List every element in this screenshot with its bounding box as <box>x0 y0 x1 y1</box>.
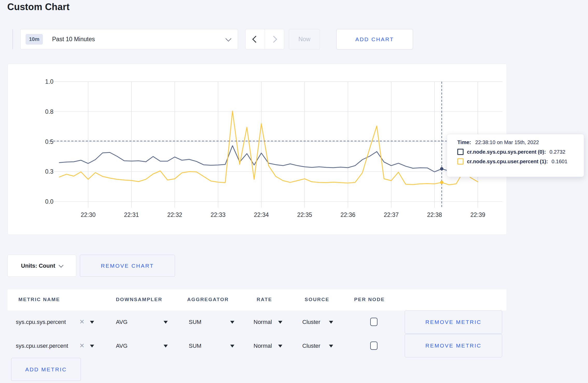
chevron-down-icon <box>226 36 232 41</box>
svg-text:0.0: 0.0 <box>45 198 53 205</box>
add-chart-button[interactable]: ADD CHART <box>336 29 413 49</box>
remove-chart-button[interactable]: REMOVE CHART <box>80 255 175 277</box>
svg-text:22:30: 22:30 <box>81 211 96 218</box>
col-header-per-node: PER NODE <box>354 297 385 302</box>
col-header-source: SOURCE <box>305 297 330 302</box>
col-header-metric-name: METRIC NAME <box>18 297 60 302</box>
per-node-checkbox[interactable] <box>370 318 377 326</box>
rate-select[interactable]: Normal <box>254 319 272 325</box>
tooltip-time-row: Time: 22:38:10 on Mar 15th, 2022 <box>457 139 584 145</box>
metric-dropdown-icon[interactable] <box>90 345 94 347</box>
svg-text:0.5: 0.5 <box>45 138 53 145</box>
downsampler-select[interactable]: AVG <box>116 319 128 325</box>
metrics-table-header: METRIC NAME DOWNSAMPLER AGGREGATOR RATE … <box>8 289 506 310</box>
remove-metric-button[interactable]: REMOVE METRIC <box>405 334 502 357</box>
chart-card: 0.00.30.50.81.022:3022:3122:3222:3322:34… <box>8 64 507 235</box>
svg-text:1.0: 1.0 <box>45 78 53 85</box>
svg-text:22:35: 22:35 <box>297 211 312 218</box>
col-header-rate: RATE <box>257 297 272 302</box>
add-metric-button[interactable]: ADD METRIC <box>11 358 81 381</box>
svg-text:22:37: 22:37 <box>384 211 399 218</box>
units-select[interactable]: Units: Count <box>8 255 76 277</box>
tooltip-series-value: 0.2732 <box>550 149 565 155</box>
svg-text:22:31: 22:31 <box>124 211 139 218</box>
toolbar-divider <box>12 29 13 49</box>
clear-metric-icon[interactable]: ✕ <box>79 342 85 349</box>
rate-dropdown-icon[interactable] <box>278 321 282 324</box>
tooltip-time-value: 22:38:10 on Mar 15th, 2022 <box>475 139 539 145</box>
metric-name-value[interactable]: sys.cpu.user.percent <box>16 343 68 349</box>
chevron-down-icon <box>59 263 63 267</box>
aggregator-dropdown-icon[interactable] <box>230 345 234 347</box>
col-header-aggregator: AGGREGATOR <box>187 297 229 302</box>
metric-dropdown-icon[interactable] <box>90 321 94 324</box>
tooltip-series-value: 0.1601 <box>551 159 567 165</box>
svg-text:22:38: 22:38 <box>427 211 442 218</box>
tooltip-series-row: cr.node.sys.cpu.user.percent (1): 0.1601 <box>457 158 584 165</box>
rate-dropdown-icon[interactable] <box>278 345 282 347</box>
aggregator-dropdown-icon[interactable] <box>230 321 234 324</box>
tooltip-time-label: Time: <box>457 139 471 145</box>
time-nav-group <box>245 29 284 49</box>
time-range-select[interactable]: 10m Past 10 Minutes <box>20 29 238 49</box>
downsampler-dropdown-icon[interactable] <box>164 321 168 324</box>
remove-metric-button[interactable]: REMOVE METRIC <box>405 310 502 334</box>
metric-name-value[interactable]: sys.cpu.sys.percent <box>16 319 66 325</box>
now-button[interactable]: Now <box>289 29 320 49</box>
clear-metric-icon[interactable]: ✕ <box>79 318 85 325</box>
downsampler-select[interactable]: AVG <box>116 343 128 349</box>
units-label: Units: Count <box>21 263 55 269</box>
time-range-badge: 10m <box>26 34 43 45</box>
source-select[interactable]: Cluster <box>302 343 320 349</box>
chevron-right-icon <box>270 36 277 43</box>
tooltip-series-label: cr.node.sys.cpu.user.percent (1): <box>467 159 548 165</box>
page-title: Custom Chart <box>7 2 69 12</box>
col-header-downsampler: DOWNSAMPLER <box>116 297 162 302</box>
tooltip-series-row: cr.node.sys.cpu.sys.percent (0): 0.2732 <box>457 149 584 155</box>
source-dropdown-icon[interactable] <box>329 345 333 347</box>
svg-text:22:32: 22:32 <box>167 211 182 218</box>
aggregator-select[interactable]: SUM <box>189 319 201 325</box>
chart-tooltip: Time: 22:38:10 on Mar 15th, 2022 cr.node… <box>447 134 584 177</box>
svg-text:22:34: 22:34 <box>254 211 269 218</box>
tooltip-swatch <box>457 149 464 155</box>
custom-chart-page: Custom Chart 10m Past 10 Minutes Now ADD… <box>0 0 588 383</box>
tooltip-swatch <box>457 158 464 165</box>
chevron-left-icon <box>252 36 259 43</box>
aggregator-select[interactable]: SUM <box>189 343 201 349</box>
chart-svg[interactable]: 0.00.30.50.81.022:3022:3122:3222:3322:34… <box>8 64 507 235</box>
rate-select[interactable]: Normal <box>254 343 272 349</box>
svg-text:0.8: 0.8 <box>45 108 53 115</box>
svg-text:22:39: 22:39 <box>470 211 485 218</box>
source-select[interactable]: Cluster <box>302 319 320 325</box>
tooltip-series-label: cr.node.sys.cpu.sys.percent (0): <box>467 149 546 155</box>
svg-text:0.3: 0.3 <box>45 168 53 175</box>
source-dropdown-icon[interactable] <box>329 321 333 324</box>
time-range-label: Past 10 Minutes <box>52 36 95 43</box>
time-forward-button[interactable] <box>265 29 284 49</box>
svg-text:22:36: 22:36 <box>340 211 355 218</box>
per-node-checkbox[interactable] <box>370 342 377 350</box>
time-back-button[interactable] <box>246 29 265 49</box>
downsampler-dropdown-icon[interactable] <box>164 345 168 347</box>
svg-text:22:33: 22:33 <box>211 211 226 218</box>
